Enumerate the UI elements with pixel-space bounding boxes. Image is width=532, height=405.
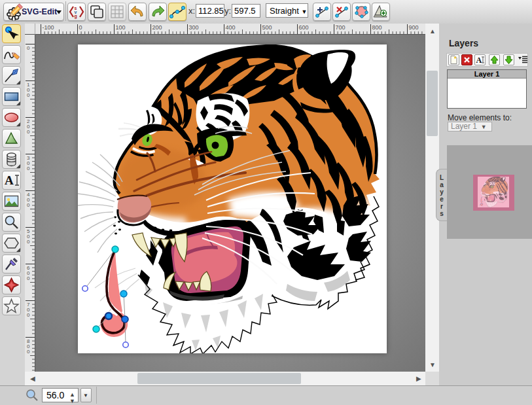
svg-text:0: 0 <box>27 202 30 208</box>
svg-text:400: 400 <box>226 24 236 31</box>
svg-text:0: 0 <box>27 312 30 318</box>
svg-text:600: 600 <box>299 24 309 31</box>
svg-text:0: 0 <box>27 45 30 51</box>
svg-text:0: 0 <box>27 92 30 98</box>
svg-text:0: 0 <box>27 349 30 355</box>
svg-text:800: 800 <box>372 24 382 31</box>
svg-text:300: 300 <box>189 24 199 31</box>
svg-text:0: 0 <box>27 239 30 245</box>
svg-text:0: 0 <box>27 275 30 281</box>
svg-text:100: 100 <box>116 24 126 31</box>
svg-text:200: 200 <box>152 24 162 31</box>
svg-text:0: 0 <box>27 166 30 171</box>
svg-text:0: 0 <box>27 129 30 135</box>
svg-text:A: A <box>5 173 14 187</box>
svg-text:g: g <box>75 14 77 19</box>
svg-text:SVG-Edit: SVG-Edit <box>22 7 58 16</box>
svg-text:700: 700 <box>336 24 346 31</box>
svg-text:0: 0 <box>79 24 82 31</box>
svg-text:A: A <box>476 56 482 65</box>
svg-text:-100: -100 <box>43 24 54 31</box>
svg-text:900: 900 <box>409 24 419 31</box>
svg-text:500: 500 <box>262 24 272 31</box>
